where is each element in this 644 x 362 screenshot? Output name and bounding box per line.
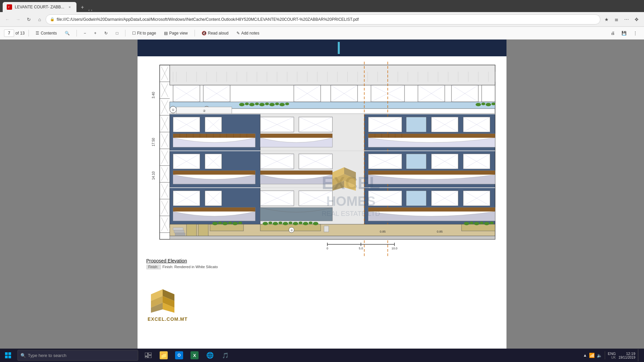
svg-text:0.85: 0.85 xyxy=(380,230,386,233)
extensions-button[interactable]: ✥ xyxy=(632,15,641,24)
start-button[interactable] xyxy=(0,349,16,362)
print-button[interactable]: 🖨 xyxy=(608,29,618,37)
svg-text:②: ② xyxy=(290,229,293,232)
svg-rect-258 xyxy=(324,226,329,232)
contents-label: Contents xyxy=(41,31,57,36)
page-view-button[interactable]: ▤ Page view xyxy=(161,29,190,37)
finish-label: Finish: Rendered in White Silicato xyxy=(162,265,218,269)
search-button[interactable]: 🔍 xyxy=(62,29,72,37)
volume-icon[interactable]: 🔈 xyxy=(597,353,602,358)
more-tools-button[interactable]: ⋮ xyxy=(631,29,640,37)
settings-button[interactable]: ⋯ xyxy=(622,15,631,24)
svg-text:P: P xyxy=(8,6,10,8)
svg-text:5.0: 5.0 xyxy=(359,247,363,250)
clock-display: ENG UK xyxy=(608,352,616,359)
svg-point-106 xyxy=(259,103,265,106)
new-tab-button[interactable]: + xyxy=(78,3,87,12)
tray-divider xyxy=(605,351,605,359)
svg-rect-100 xyxy=(482,85,495,102)
clock-date: 19/11/2019 xyxy=(619,356,635,359)
fit-to-page-button[interactable]: ☐ Fit to page xyxy=(129,29,159,37)
svg-rect-289 xyxy=(148,356,152,358)
svg-point-257 xyxy=(490,222,494,224)
back-button[interactable]: ← xyxy=(3,15,12,24)
media-icon: 🎵 xyxy=(221,351,229,359)
show-desktop-button[interactable] xyxy=(638,349,640,361)
svg-point-242 xyxy=(273,222,278,225)
taskbar-search-box[interactable]: 🔍 Type here to search xyxy=(17,350,138,361)
fit-label: Fit to page xyxy=(137,31,156,36)
svg-rect-286 xyxy=(8,356,11,358)
svg-text:3.40: 3.40 xyxy=(152,92,155,99)
system-tray: ▲ 📶 🔈 xyxy=(583,353,602,358)
svg-rect-154 xyxy=(260,134,332,138)
file-explorer-button[interactable]: 📁 xyxy=(156,349,171,362)
collections-button[interactable]: ≣ xyxy=(612,15,621,24)
settings-icon: ⋯ xyxy=(624,17,629,22)
active-tab[interactable]: P LEVANTE COURT- ZABB... × xyxy=(3,2,76,12)
forward-button[interactable]: → xyxy=(13,15,23,24)
drawing-subtitle-text: Finish: Finish: Rendered in White Silica… xyxy=(146,265,501,269)
svg-rect-290 xyxy=(145,357,148,358)
tab-favicon: P xyxy=(7,4,12,10)
svg-point-108 xyxy=(269,103,275,106)
add-notes-button[interactable]: ✎ Add notes xyxy=(234,29,262,37)
svg-text:REAL ESTATE LTD: REAL ESTATE LTD xyxy=(322,210,380,217)
tab-close-button[interactable]: × xyxy=(67,4,72,10)
home-button[interactable]: ⌂ xyxy=(35,15,44,24)
svg-rect-283 xyxy=(5,352,8,355)
contents-icon: ☰ xyxy=(36,31,39,36)
refresh-button[interactable]: ↻ xyxy=(24,15,34,24)
tray-caret[interactable]: ▲ xyxy=(583,353,587,358)
svg-point-253 xyxy=(470,222,474,224)
lock-icon: 🔒 xyxy=(50,17,55,21)
save-button[interactable]: 💾 xyxy=(619,29,629,37)
taskview-button[interactable] xyxy=(141,349,156,362)
favorites-button[interactable]: ★ xyxy=(602,15,611,24)
svg-rect-228 xyxy=(368,207,495,212)
outlook-button[interactable]: O xyxy=(172,349,186,362)
zoom-out-button[interactable]: − xyxy=(81,29,89,37)
clock-region: UK xyxy=(608,356,616,359)
excel-button[interactable]: X xyxy=(187,349,202,362)
read-aloud-icon: 🔇 xyxy=(202,31,207,36)
media-button[interactable]: 🎵 xyxy=(218,349,233,362)
svg-point-102 xyxy=(239,103,245,106)
svg-point-237 xyxy=(232,222,238,225)
zoom-out-icon: − xyxy=(84,31,86,36)
toolbar-divider-1 xyxy=(29,30,29,37)
svg-point-248 xyxy=(303,222,308,225)
page-view-icon: ▤ xyxy=(164,31,168,36)
chrome-icon: 🌐 xyxy=(206,351,214,359)
contents-button[interactable]: ☰ Contents xyxy=(33,29,59,37)
read-aloud-button[interactable]: 🔇 Read aloud xyxy=(199,29,231,37)
svg-point-105 xyxy=(255,103,259,105)
svg-rect-284 xyxy=(8,352,11,355)
rotate-button[interactable]: ↻ xyxy=(102,29,110,37)
svg-point-246 xyxy=(293,222,298,225)
fullscreen-button[interactable]: □ xyxy=(113,29,121,37)
tab-title: LEVANTE COURT- ZABB... xyxy=(15,5,64,9)
tab-scroll-right[interactable]: › xyxy=(91,8,92,12)
chrome-button[interactable]: 🌐 xyxy=(203,349,217,362)
tab-nav-arrows: ‹ › xyxy=(89,8,92,12)
tab-scroll-left[interactable]: ‹ xyxy=(89,8,90,12)
excel-logo-text: EXCEL.COM.MT xyxy=(148,316,187,322)
svg-text:②: ② xyxy=(203,109,206,113)
svg-point-249 xyxy=(309,222,313,224)
taskbar-search-icon: 🔍 xyxy=(20,353,26,358)
svg-text:17.50: 17.50 xyxy=(152,138,155,146)
svg-point-112 xyxy=(476,103,481,106)
svg-rect-209 xyxy=(173,207,255,212)
page-info: 7 of 13 xyxy=(4,29,24,37)
taskbar-search-text: Type here to search xyxy=(28,353,66,358)
clock-time-display[interactable]: 12:19 19/11/2019 xyxy=(619,352,635,359)
fullscreen-icon: □ xyxy=(116,31,118,36)
svg-point-244 xyxy=(283,222,288,225)
svg-rect-231 xyxy=(198,224,208,236)
outlook-icon: O xyxy=(175,351,183,359)
toolbar-divider-3 xyxy=(125,30,125,37)
zoom-in-button[interactable]: + xyxy=(91,29,99,37)
address-bar[interactable]: 🔒 file:///C:/Users/Godwin%20Darmanin/App… xyxy=(46,14,600,24)
page-number-input[interactable]: 7 xyxy=(4,29,14,37)
